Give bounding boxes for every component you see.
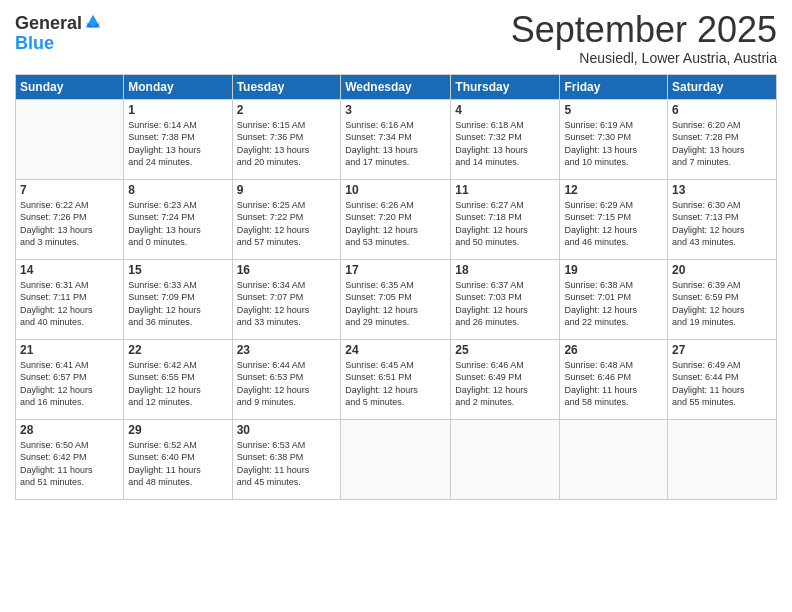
day-info: Sunrise: 6:34 AM Sunset: 7:07 PM Dayligh… <box>237 279 337 329</box>
logo-general: General <box>15 14 82 34</box>
table-row <box>16 99 124 179</box>
table-row <box>341 419 451 499</box>
day-number: 16 <box>237 263 337 277</box>
calendar-week-row: 21Sunrise: 6:41 AM Sunset: 6:57 PM Dayli… <box>16 339 777 419</box>
day-number: 13 <box>672 183 772 197</box>
table-row: 9Sunrise: 6:25 AM Sunset: 7:22 PM Daylig… <box>232 179 341 259</box>
day-number: 25 <box>455 343 555 357</box>
day-info: Sunrise: 6:42 AM Sunset: 6:55 PM Dayligh… <box>128 359 227 409</box>
day-info: Sunrise: 6:50 AM Sunset: 6:42 PM Dayligh… <box>20 439 119 489</box>
table-row: 27Sunrise: 6:49 AM Sunset: 6:44 PM Dayli… <box>668 339 777 419</box>
day-info: Sunrise: 6:49 AM Sunset: 6:44 PM Dayligh… <box>672 359 772 409</box>
day-number: 24 <box>345 343 446 357</box>
table-row: 4Sunrise: 6:18 AM Sunset: 7:32 PM Daylig… <box>451 99 560 179</box>
day-info: Sunrise: 6:23 AM Sunset: 7:24 PM Dayligh… <box>128 199 227 249</box>
table-row: 12Sunrise: 6:29 AM Sunset: 7:15 PM Dayli… <box>560 179 668 259</box>
day-info: Sunrise: 6:46 AM Sunset: 6:49 PM Dayligh… <box>455 359 555 409</box>
table-row: 29Sunrise: 6:52 AM Sunset: 6:40 PM Dayli… <box>124 419 232 499</box>
calendar-week-row: 1Sunrise: 6:14 AM Sunset: 7:38 PM Daylig… <box>16 99 777 179</box>
day-info: Sunrise: 6:39 AM Sunset: 6:59 PM Dayligh… <box>672 279 772 329</box>
day-info: Sunrise: 6:15 AM Sunset: 7:36 PM Dayligh… <box>237 119 337 169</box>
col-monday: Monday <box>124 74 232 99</box>
col-friday: Friday <box>560 74 668 99</box>
day-number: 22 <box>128 343 227 357</box>
day-info: Sunrise: 6:29 AM Sunset: 7:15 PM Dayligh… <box>564 199 663 249</box>
calendar-week-row: 14Sunrise: 6:31 AM Sunset: 7:11 PM Dayli… <box>16 259 777 339</box>
day-number: 18 <box>455 263 555 277</box>
day-number: 11 <box>455 183 555 197</box>
month-title: September 2025 <box>511 10 777 50</box>
day-number: 21 <box>20 343 119 357</box>
day-number: 4 <box>455 103 555 117</box>
day-number: 15 <box>128 263 227 277</box>
table-row: 10Sunrise: 6:26 AM Sunset: 7:20 PM Dayli… <box>341 179 451 259</box>
day-info: Sunrise: 6:30 AM Sunset: 7:13 PM Dayligh… <box>672 199 772 249</box>
table-row: 2Sunrise: 6:15 AM Sunset: 7:36 PM Daylig… <box>232 99 341 179</box>
day-info: Sunrise: 6:25 AM Sunset: 7:22 PM Dayligh… <box>237 199 337 249</box>
header: General Blue September 2025 Neusiedl, Lo… <box>15 10 777 66</box>
table-row: 23Sunrise: 6:44 AM Sunset: 6:53 PM Dayli… <box>232 339 341 419</box>
day-number: 3 <box>345 103 446 117</box>
table-row: 15Sunrise: 6:33 AM Sunset: 7:09 PM Dayli… <box>124 259 232 339</box>
svg-marker-0 <box>86 15 100 28</box>
col-sunday: Sunday <box>16 74 124 99</box>
table-row: 8Sunrise: 6:23 AM Sunset: 7:24 PM Daylig… <box>124 179 232 259</box>
col-thursday: Thursday <box>451 74 560 99</box>
day-number: 29 <box>128 423 227 437</box>
day-number: 6 <box>672 103 772 117</box>
day-number: 1 <box>128 103 227 117</box>
calendar-week-row: 7Sunrise: 6:22 AM Sunset: 7:26 PM Daylig… <box>16 179 777 259</box>
day-info: Sunrise: 6:26 AM Sunset: 7:20 PM Dayligh… <box>345 199 446 249</box>
day-number: 7 <box>20 183 119 197</box>
day-info: Sunrise: 6:44 AM Sunset: 6:53 PM Dayligh… <box>237 359 337 409</box>
day-number: 23 <box>237 343 337 357</box>
day-info: Sunrise: 6:20 AM Sunset: 7:28 PM Dayligh… <box>672 119 772 169</box>
day-info: Sunrise: 6:16 AM Sunset: 7:34 PM Dayligh… <box>345 119 446 169</box>
location: Neusiedl, Lower Austria, Austria <box>511 50 777 66</box>
page: General Blue September 2025 Neusiedl, Lo… <box>0 0 792 612</box>
day-info: Sunrise: 6:18 AM Sunset: 7:32 PM Dayligh… <box>455 119 555 169</box>
table-row: 7Sunrise: 6:22 AM Sunset: 7:26 PM Daylig… <box>16 179 124 259</box>
table-row: 21Sunrise: 6:41 AM Sunset: 6:57 PM Dayli… <box>16 339 124 419</box>
day-number: 20 <box>672 263 772 277</box>
table-row: 5Sunrise: 6:19 AM Sunset: 7:30 PM Daylig… <box>560 99 668 179</box>
title-block: September 2025 Neusiedl, Lower Austria, … <box>511 10 777 66</box>
day-number: 27 <box>672 343 772 357</box>
table-row: 25Sunrise: 6:46 AM Sunset: 6:49 PM Dayli… <box>451 339 560 419</box>
day-info: Sunrise: 6:27 AM Sunset: 7:18 PM Dayligh… <box>455 199 555 249</box>
table-row: 6Sunrise: 6:20 AM Sunset: 7:28 PM Daylig… <box>668 99 777 179</box>
table-row <box>451 419 560 499</box>
day-info: Sunrise: 6:45 AM Sunset: 6:51 PM Dayligh… <box>345 359 446 409</box>
day-number: 14 <box>20 263 119 277</box>
day-number: 17 <box>345 263 446 277</box>
table-row: 3Sunrise: 6:16 AM Sunset: 7:34 PM Daylig… <box>341 99 451 179</box>
day-number: 28 <box>20 423 119 437</box>
table-row: 13Sunrise: 6:30 AM Sunset: 7:13 PM Dayli… <box>668 179 777 259</box>
day-info: Sunrise: 6:33 AM Sunset: 7:09 PM Dayligh… <box>128 279 227 329</box>
day-info: Sunrise: 6:53 AM Sunset: 6:38 PM Dayligh… <box>237 439 337 489</box>
day-info: Sunrise: 6:31 AM Sunset: 7:11 PM Dayligh… <box>20 279 119 329</box>
logo-blue: Blue <box>15 33 54 53</box>
day-info: Sunrise: 6:22 AM Sunset: 7:26 PM Dayligh… <box>20 199 119 249</box>
day-number: 12 <box>564 183 663 197</box>
table-row <box>560 419 668 499</box>
table-row: 1Sunrise: 6:14 AM Sunset: 7:38 PM Daylig… <box>124 99 232 179</box>
day-info: Sunrise: 6:52 AM Sunset: 6:40 PM Dayligh… <box>128 439 227 489</box>
day-number: 2 <box>237 103 337 117</box>
day-info: Sunrise: 6:48 AM Sunset: 6:46 PM Dayligh… <box>564 359 663 409</box>
day-number: 30 <box>237 423 337 437</box>
table-row: 26Sunrise: 6:48 AM Sunset: 6:46 PM Dayli… <box>560 339 668 419</box>
table-row: 28Sunrise: 6:50 AM Sunset: 6:42 PM Dayli… <box>16 419 124 499</box>
table-row: 19Sunrise: 6:38 AM Sunset: 7:01 PM Dayli… <box>560 259 668 339</box>
calendar-table: Sunday Monday Tuesday Wednesday Thursday… <box>15 74 777 500</box>
table-row: 18Sunrise: 6:37 AM Sunset: 7:03 PM Dayli… <box>451 259 560 339</box>
day-info: Sunrise: 6:38 AM Sunset: 7:01 PM Dayligh… <box>564 279 663 329</box>
logo-icon <box>84 13 102 31</box>
day-info: Sunrise: 6:41 AM Sunset: 6:57 PM Dayligh… <box>20 359 119 409</box>
calendar-week-row: 28Sunrise: 6:50 AM Sunset: 6:42 PM Dayli… <box>16 419 777 499</box>
day-number: 8 <box>128 183 227 197</box>
day-number: 19 <box>564 263 663 277</box>
day-number: 9 <box>237 183 337 197</box>
col-tuesday: Tuesday <box>232 74 341 99</box>
day-info: Sunrise: 6:19 AM Sunset: 7:30 PM Dayligh… <box>564 119 663 169</box>
